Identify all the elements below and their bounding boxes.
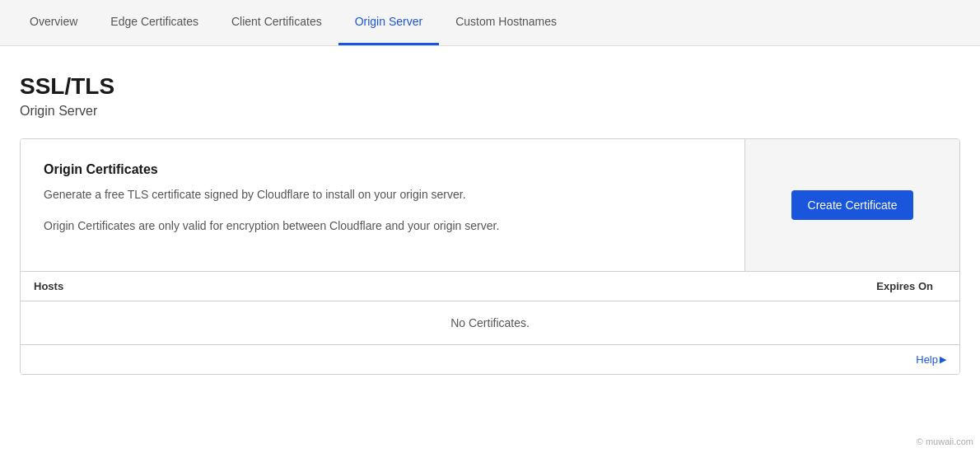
table-header-expires: Expires On [782,280,946,292]
help-label: Help [916,353,938,366]
table-header-hosts: Hosts [34,280,782,292]
table-header: Hosts Expires On [21,271,959,301]
tab-custom-hostnames[interactable]: Custom Hostnames [439,0,573,45]
page-title: SSL/TLS [20,72,960,100]
table-empty-row: No Certificates. [21,301,959,345]
table-footer: Help ▶ [21,345,959,374]
table-body: No Certificates. [21,301,959,345]
help-link[interactable]: Help ▶ [916,353,946,366]
tab-edge-certificates[interactable]: Edge Certificates [94,0,215,45]
origin-certificates-card: Origin Certificates Generate a free TLS … [20,138,960,376]
card-info-title: Origin Certificates [44,162,721,177]
tab-origin-server[interactable]: Origin Server [338,0,439,45]
card-info: Origin Certificates Generate a free TLS … [21,139,745,272]
card-info-text1: Generate a free TLS certificate signed b… [44,185,721,203]
card-top: Origin Certificates Generate a free TLS … [21,139,959,272]
nav-tabs: Overview Edge Certificates Client Certif… [0,0,980,46]
help-arrow-icon: ▶ [940,354,946,365]
create-certificate-button[interactable]: Create Certificate [791,190,914,220]
card-action: Create Certificate [745,139,959,272]
card-info-text2: Origin Certificates are only valid for e… [44,217,721,235]
tab-client-certificates[interactable]: Client Certificates [215,0,338,45]
tab-overview[interactable]: Overview [13,0,94,45]
main-content: SSL/TLS Origin Server Origin Certificate… [0,46,980,395]
page-subtitle: Origin Server [20,104,960,119]
watermark: © muwaii.com [917,437,973,446]
